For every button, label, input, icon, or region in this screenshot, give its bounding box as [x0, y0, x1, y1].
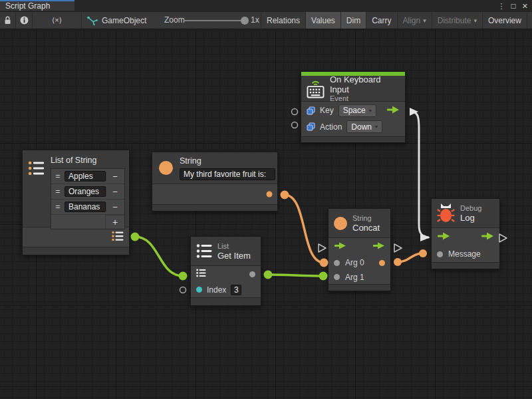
port-key-unconnected[interactable]: [292, 109, 298, 115]
node-title: List of String: [51, 156, 125, 166]
zoom-slider-track[interactable]: [184, 20, 245, 21]
index-value-field[interactable]: 3: [231, 285, 241, 295]
lock-button[interactable]: [0, 12, 16, 29]
port-action-unconnected[interactable]: [292, 122, 298, 128]
lock-icon: [4, 16, 11, 25]
index-input-port[interactable]: [196, 287, 202, 293]
key-dropdown[interactable]: Space ▾: [338, 104, 376, 117]
green-arrow-icon: [481, 232, 494, 240]
wire-end-dot[interactable]: [419, 249, 427, 257]
remove-item-button[interactable]: −: [106, 172, 124, 182]
node-title: Get Item: [217, 251, 251, 261]
node-category: List: [217, 242, 251, 251]
node-string-literal[interactable]: String My third favorite fruit is:: [152, 152, 278, 211]
info-button[interactable]: [16, 12, 33, 29]
port-label-arg1: Arg 1: [345, 273, 364, 282]
window-controls: ⋮ □ ✕: [498, 0, 528, 12]
string-value-field[interactable]: My third favorite fruit is:: [180, 168, 275, 180]
graph-canvas[interactable]: On Keyboard Input Event Key Space ▾: [0, 29, 532, 399]
wire-end-dot[interactable]: [394, 258, 402, 266]
wire-end-dot[interactable]: [320, 259, 329, 267]
node-title: String: [180, 156, 275, 166]
node-list-of-string[interactable]: List of String = Apples − = Oranges − =: [22, 150, 130, 255]
button-align[interactable]: Align▾: [397, 12, 432, 29]
wire-end-dot[interactable]: [319, 272, 328, 281]
action-dropdown[interactable]: Down ▾: [346, 120, 382, 133]
trigger-input-port[interactable]: [334, 242, 346, 251]
trigger-input-port[interactable]: [437, 232, 450, 242]
port-index-unconnected[interactable]: [180, 287, 186, 293]
button-full-screen[interactable]: Full Screen: [527, 12, 532, 29]
tab-script-graph[interactable]: Script Graph: [0, 0, 74, 11]
wire-keyboard-to-log[interactable]: [412, 112, 429, 237]
list-item-field[interactable]: Apples: [65, 171, 106, 182]
arg0-input-port[interactable]: [334, 260, 340, 266]
wire-string-to-concat[interactable]: [285, 195, 324, 263]
drag-handle-icon[interactable]: =: [51, 172, 65, 181]
list-input-port[interactable]: [196, 269, 206, 279]
green-arrow-icon: [386, 106, 400, 114]
wire-end-dot[interactable]: [131, 233, 140, 241]
trigger-output-port[interactable]: [372, 242, 385, 251]
node-debug-log[interactable]: Debug Log Message: [431, 198, 500, 269]
code-view-button[interactable]: ⟨×⟩: [33, 12, 82, 29]
remove-item-button[interactable]: −: [106, 187, 124, 197]
arg1-input-port[interactable]: [334, 274, 340, 280]
toolbar-toggle-group: Relations Values Dim Carry Align▾ Distri…: [261, 12, 532, 29]
wire-list-to-getitem[interactable]: [135, 237, 183, 276]
list-output-port[interactable]: [112, 231, 124, 243]
button-overview[interactable]: Overview: [482, 12, 527, 29]
button-values[interactable]: Values: [305, 12, 340, 29]
maximize-icon[interactable]: □: [511, 0, 516, 12]
result-output-port[interactable]: [379, 260, 385, 266]
enum-type-icon: [307, 106, 315, 115]
zoom-slider-handle[interactable]: [241, 17, 249, 25]
list-icon: [112, 231, 124, 241]
wire-arrowhead-icon: [410, 108, 418, 116]
message-input-port[interactable]: [437, 251, 443, 257]
title-bar: Script Graph ⋮ □ ✕: [0, 0, 532, 12]
button-relations[interactable]: Relations: [261, 12, 305, 29]
wire-end-dot[interactable]: [281, 191, 289, 200]
node-footer: [191, 297, 261, 305]
green-arrow-icon: [334, 242, 346, 249]
result-output-port[interactable]: [249, 271, 255, 277]
button-dim[interactable]: Dim: [340, 12, 366, 29]
port-label-message: Message: [448, 249, 481, 259]
zoom-slider[interactable]: [184, 12, 245, 29]
node-keyboard-event[interactable]: On Keyboard Input Event Key Space ▾: [301, 71, 406, 143]
port-label-arg0: Arg 0: [345, 258, 364, 267]
wire-end-dot[interactable]: [264, 271, 273, 279]
chevron-down-icon: ▾: [423, 17, 426, 24]
graph-toolbar: ⟨×⟩ GameObject Zoom 1x Relations Values …: [0, 12, 532, 29]
chevron-down-icon: ▾: [375, 124, 378, 130]
list-item-field[interactable]: Bananas: [65, 201, 106, 212]
relation-triangle-icon: [394, 244, 402, 252]
remove-item-button[interactable]: −: [106, 202, 124, 212]
list-item-row: = Bananas −: [51, 200, 124, 215]
inline-list-editor: = Apples − = Oranges − = Bananas −: [51, 168, 125, 229]
relation-triangle-icon: [319, 244, 326, 252]
node-get-item[interactable]: List Get Item Index 3: [190, 236, 261, 306]
close-icon[interactable]: ✕: [522, 0, 528, 12]
node-concat[interactable]: String Concat Arg 0: [328, 208, 391, 291]
wire-end-dot[interactable]: [179, 272, 188, 281]
drag-handle-icon[interactable]: =: [51, 202, 65, 211]
list-item-field[interactable]: Oranges: [65, 186, 106, 197]
relation-triangle-icon: [499, 234, 507, 242]
more-options-icon[interactable]: ⋮: [498, 0, 505, 12]
trigger-output-port[interactable]: [386, 106, 400, 116]
wire-concat-to-log[interactable]: [398, 253, 423, 262]
list-icon: [196, 243, 212, 259]
port-label-key: Key: [320, 106, 334, 115]
game-object-context[interactable]: GameObject: [86, 12, 146, 29]
button-distribute[interactable]: Distribute▾: [432, 12, 482, 29]
wire-arrowhead-icon: [420, 233, 430, 241]
wire-getitem-to-concat[interactable]: [268, 275, 323, 276]
trigger-output-port[interactable]: [481, 232, 494, 242]
drag-handle-icon[interactable]: =: [51, 187, 65, 196]
add-item-button[interactable]: +: [105, 215, 124, 229]
node-footer: [329, 284, 390, 291]
button-carry[interactable]: Carry: [366, 12, 396, 29]
game-object-icon: [86, 16, 98, 25]
